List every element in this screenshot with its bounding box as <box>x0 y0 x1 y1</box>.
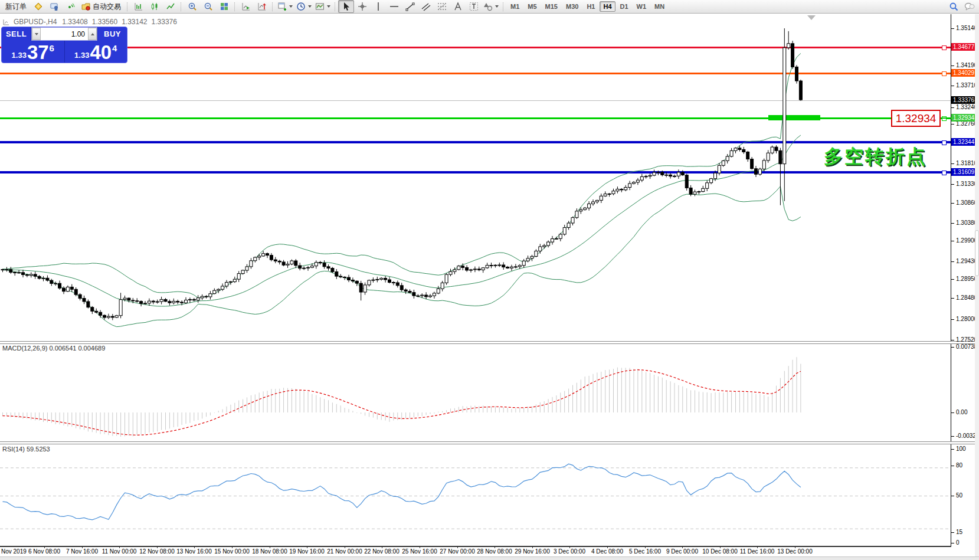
chart-symbol-period: GBPUSD-,H4 <box>14 18 57 26</box>
buy-button[interactable]: BUY <box>97 27 127 41</box>
cursor-arrow-icon <box>342 2 351 11</box>
candlesticks <box>1 28 802 320</box>
bar-chart-mode-button[interactable] <box>130 0 146 13</box>
chart-title-bar: GBPUSD-,H4 1.33408 1.33560 1.33142 1.333… <box>3 18 177 26</box>
auto-scroll-button[interactable] <box>238 0 254 13</box>
tile-windows-button[interactable] <box>216 0 232 13</box>
horizontal-line-tool-button[interactable] <box>386 0 402 13</box>
new-order-button[interactable]: 新订单 <box>2 0 30 13</box>
price-tick: 1.34190 <box>951 62 977 69</box>
vertical-line-tool-button[interactable] <box>370 0 386 13</box>
zoom-out-icon <box>204 2 213 11</box>
chat-button[interactable] <box>961 0 977 13</box>
dropdown-caret-icon <box>308 5 312 8</box>
date-label: 15 Nov 00:00 <box>214 548 250 555</box>
macd-signal-line <box>3 370 801 435</box>
sell-price[interactable]: 1.33 37 6 <box>2 41 65 63</box>
tick-dash <box>951 543 954 543</box>
price-tick: 1.33240 <box>951 104 977 111</box>
timeframe-w1-button[interactable]: W1 <box>633 1 650 12</box>
toolbar-separator <box>335 2 336 11</box>
timeframe-d1-button[interactable]: D1 <box>617 1 632 12</box>
templates-button[interactable] <box>313 0 332 13</box>
timeframe-m5-button[interactable]: M5 <box>524 1 540 12</box>
sell-button[interactable]: SELL <box>2 27 31 41</box>
period-clock-button[interactable] <box>294 0 313 13</box>
horizontal-line-icon <box>389 2 399 11</box>
support-line-1.32344-handle[interactable] <box>942 140 947 145</box>
mt4-terminal-window: 新订单 自动交易 <box>0 0 979 560</box>
new-order-label: 新订单 <box>5 2 27 12</box>
autotrade-folder-icon <box>81 2 91 11</box>
cursor-tool-button[interactable] <box>338 0 354 13</box>
bull-bear-turning-point-annotation[interactable]: 多空转折点 <box>824 144 927 170</box>
price-tick: 1.28950 <box>951 276 977 283</box>
date-label: 4 Dec 08:00 <box>591 548 623 555</box>
resistance-line-1.34029-handle[interactable] <box>942 71 947 76</box>
sell-label: SELL <box>6 30 27 38</box>
tick-dash <box>951 532 954 533</box>
volume-decrease-button[interactable] <box>32 28 41 40</box>
callout-connector-line <box>939 117 951 119</box>
one-click-trading-panel: SELL 1.00 BUY 1.33 37 6 1.33 40 4 <box>1 27 127 63</box>
price-tick: 1.33710 <box>951 82 977 89</box>
search-button[interactable] <box>945 0 961 13</box>
tick-dash <box>951 124 954 125</box>
support-line-1.31609-handle[interactable] <box>942 171 947 175</box>
timeframe-m1-button[interactable]: M1 <box>507 1 523 12</box>
sell-price-prefix: 1.33 <box>12 51 27 60</box>
chevron-down-icon <box>35 33 38 35</box>
timeframe-h4-button[interactable]: H4 <box>600 1 615 12</box>
tick-dash <box>951 466 954 466</box>
tick-dash <box>951 261 954 262</box>
text-a-icon <box>453 2 463 11</box>
text-label-tool-button[interactable] <box>466 0 482 13</box>
crosshair-tool-button[interactable] <box>354 0 370 13</box>
zoom-in-button[interactable] <box>184 0 200 13</box>
macd-name: MACD(12,26,9) <box>2 345 47 352</box>
buy-price[interactable]: 1.33 40 4 <box>65 41 127 63</box>
chart-window-icon <box>3 19 9 25</box>
rsi-panel-separator[interactable] <box>0 441 979 444</box>
chart-shift-button[interactable] <box>254 0 270 13</box>
tick-dash <box>951 340 954 340</box>
zoom-out-button[interactable] <box>200 0 216 13</box>
signal-button[interactable] <box>62 0 78 13</box>
timeframe-mn-button[interactable]: MN <box>651 1 668 12</box>
chat-bubbles-icon <box>964 2 975 11</box>
template-chart-icon <box>315 2 325 11</box>
ohlc-open: 1.33408 <box>62 18 87 26</box>
scrollbar-thumb[interactable] <box>975 230 979 276</box>
volume-increase-button[interactable] <box>88 28 97 40</box>
tick-dash <box>951 28 954 29</box>
new-chart-button[interactable] <box>276 0 294 13</box>
timeframe-h1-button[interactable]: H1 <box>583 1 598 12</box>
market-watch-button[interactable] <box>30 0 46 13</box>
candlestick-mode-button[interactable] <box>146 0 162 13</box>
macd-panel-separator[interactable] <box>0 341 979 344</box>
auto-trading-button[interactable]: 自动交易 <box>78 0 125 13</box>
line-chart-mode-button[interactable] <box>162 0 178 13</box>
fibonacci-tool-button[interactable] <box>434 0 450 13</box>
tick-dash <box>951 436 954 437</box>
shapes-icon <box>483 2 493 11</box>
rsi-axis-tick: 100 <box>951 446 966 453</box>
timeframe-m30-button[interactable]: M30 <box>562 1 582 12</box>
tick-dash <box>951 241 954 241</box>
date-label: 27 Nov 00:00 <box>440 548 475 555</box>
volume-input[interactable]: 1.00 <box>41 28 88 40</box>
navigator-button[interactable] <box>46 0 62 13</box>
shapes-tool-button[interactable] <box>482 0 500 13</box>
price-callout-label[interactable]: 1.32934 <box>891 110 941 127</box>
ohlc-low: 1.33142 <box>122 18 147 26</box>
tick-dash <box>951 496 954 496</box>
text-tool-button[interactable] <box>450 0 466 13</box>
toolbar-separator <box>503 2 504 11</box>
toolbar-separator <box>181 2 182 11</box>
channel-tool-button[interactable] <box>418 0 434 13</box>
auto-scroll-icon <box>241 2 251 11</box>
resistance-line-1.34677-handle[interactable] <box>942 45 947 50</box>
timeframe-m15-button[interactable]: M15 <box>542 1 561 12</box>
trendline-tool-button[interactable] <box>402 0 418 13</box>
signal-waves-icon <box>66 2 75 11</box>
